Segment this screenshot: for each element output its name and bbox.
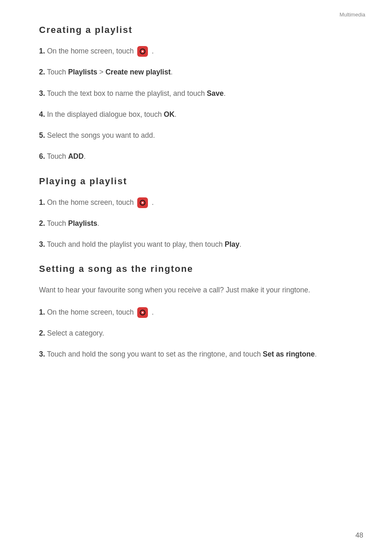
step-item: 1. On the home screen, touch .: [39, 196, 353, 209]
music-icon: [137, 46, 148, 57]
step-item: 3. Touch and hold the playlist you want …: [39, 238, 353, 251]
step-text: .: [175, 110, 177, 118]
section-title-creating: Creating a playlist: [39, 25, 353, 35]
step-number: 3.: [39, 240, 45, 248]
step-text: On the home screen, touch: [47, 47, 136, 55]
step-number: 2.: [39, 219, 45, 227]
bold-label: Play: [225, 240, 240, 248]
step-item: 2. Touch Playlists.: [39, 217, 353, 230]
step-text: On the home screen, touch: [47, 308, 136, 316]
step-text: Touch: [47, 219, 68, 227]
step-item: 6. Touch ADD.: [39, 150, 353, 163]
step-text: Touch the text box to name the playlist,…: [47, 89, 207, 97]
step-text: .: [171, 68, 173, 76]
step-item: 2. Select a category.: [39, 327, 353, 340]
step-text: Touch and hold the song you want to set …: [47, 350, 263, 358]
step-text: Select the songs you want to add.: [47, 131, 155, 139]
bold-label: OK: [164, 110, 175, 118]
step-text: >: [97, 68, 106, 76]
step-number: 3.: [39, 350, 45, 358]
bold-label: Playlists: [68, 219, 97, 227]
section-title-ringtone: Setting a song as the ringtone: [39, 264, 353, 274]
step-number: 2.: [39, 68, 45, 76]
step-number: 1.: [39, 198, 45, 206]
step-item: 1. On the home screen, touch .: [39, 306, 353, 319]
header-label: Multimedia: [339, 12, 365, 18]
music-icon: [137, 197, 148, 208]
intro-text: Want to hear your favourite song when yo…: [39, 283, 353, 297]
step-text: .: [152, 47, 154, 55]
step-number: 5.: [39, 131, 45, 139]
step-text: .: [224, 89, 226, 97]
step-text: In the displayed dialogue box, touch: [47, 110, 164, 118]
step-item: 1. On the home screen, touch .: [39, 44, 353, 58]
page-content: Creating a playlist 1. On the home scree…: [0, 0, 392, 361]
bold-label: ADD: [68, 152, 84, 160]
bold-label: Save: [207, 89, 224, 97]
step-number: 2.: [39, 329, 45, 337]
step-text: Select a category.: [47, 329, 104, 337]
step-item: 3. Touch and hold the song you want to s…: [39, 348, 353, 361]
step-text: On the home screen, touch: [47, 198, 136, 206]
step-number: 3.: [39, 89, 45, 97]
step-text: Touch and hold the playlist you want to …: [47, 240, 225, 248]
section-title-playing: Playing a playlist: [39, 176, 353, 187]
page-number: 48: [355, 531, 363, 540]
step-number: 6.: [39, 152, 45, 160]
step-number: 4.: [39, 110, 45, 118]
step-item: 2. Touch Playlists > Create new playlist…: [39, 65, 353, 79]
step-item: 3. Touch the text box to name the playli…: [39, 87, 353, 100]
step-text: Touch: [47, 152, 68, 160]
step-text: .: [315, 350, 317, 358]
music-icon: [137, 307, 148, 318]
step-text: .: [97, 219, 99, 227]
step-number: 1.: [39, 308, 45, 316]
step-text: .: [152, 308, 154, 316]
step-item: 5. Select the songs you want to add.: [39, 129, 353, 142]
step-text: .: [240, 240, 242, 248]
step-item: 4. In the displayed dialogue box, touch …: [39, 108, 353, 121]
step-text: .: [84, 152, 86, 160]
bold-label: Create new playlist: [106, 68, 171, 76]
bold-label: Playlists: [68, 68, 97, 76]
step-text: .: [152, 198, 154, 206]
step-text: Touch: [47, 68, 68, 76]
bold-label: Set as ringtone: [263, 350, 315, 358]
step-number: 1.: [39, 47, 45, 55]
